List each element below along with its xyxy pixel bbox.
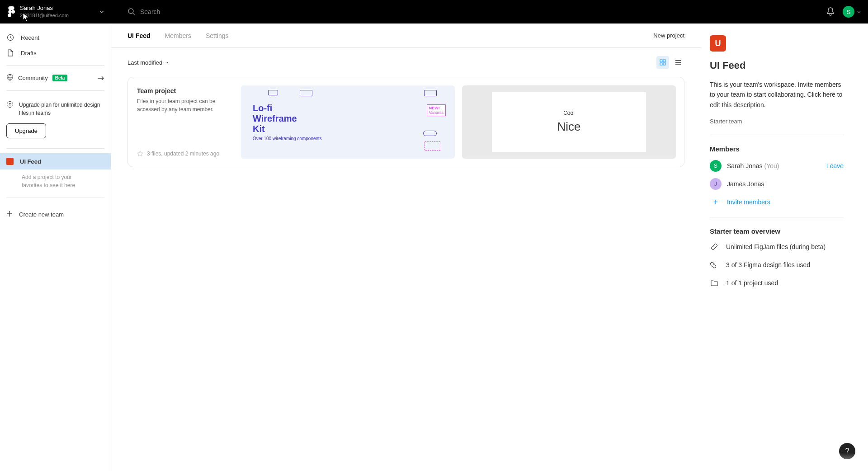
create-new-team[interactable]: Create new team: [0, 206, 111, 223]
overview-design-files: 3 of 3 Figma design files used: [710, 260, 844, 269]
member-avatar: J: [710, 178, 722, 190]
svg-rect-6: [660, 60, 662, 62]
user-name: Sarah Jonas: [20, 5, 95, 12]
content-column: UI Feed Members Settings New project Las…: [111, 24, 701, 471]
right-panel: U UI Feed This is your team's workspace.…: [701, 24, 868, 471]
pen-icon: [710, 260, 719, 269]
grid-view-button[interactable]: [656, 56, 669, 69]
panel-description[interactable]: This is your team's workspace. Invite me…: [710, 80, 844, 110]
svg-rect-8: [660, 63, 662, 65]
invite-members-button[interactable]: + Invite members: [710, 196, 844, 208]
tab-uifeed[interactable]: UI Feed: [127, 24, 157, 48]
help-button[interactable]: ?: [839, 443, 855, 459]
project-cards: Team project Files in your team project …: [111, 77, 701, 167]
overview-heading: Starter team overview: [710, 227, 844, 235]
arrow-right-icon: [97, 75, 104, 81]
thumb2-content: Cool Nice: [492, 92, 646, 152]
sidebar-item-label: Recent: [21, 34, 39, 41]
search-area: [111, 8, 826, 16]
search-icon: [127, 8, 136, 16]
sidebar-recent[interactable]: Recent: [0, 30, 111, 45]
upgrade-button[interactable]: Upgrade: [6, 123, 46, 138]
user-info: Sarah Jonas 2f83181f@uifeed.com: [20, 5, 95, 19]
member-name: James Jonas: [727, 180, 764, 188]
search-input[interactable]: [140, 8, 276, 15]
list-icon: [675, 60, 681, 65]
account-menu[interactable]: S: [843, 6, 861, 18]
panel-plan: Starter team: [710, 118, 844, 125]
team-icon: U: [710, 35, 726, 52]
thumb2-text-2: Nice: [557, 120, 580, 134]
star-icon[interactable]: [137, 151, 143, 157]
divider: [710, 217, 844, 217]
card-meta-text: 3 files, updated 2 minutes ago: [147, 151, 219, 157]
chevron-down-icon: [99, 10, 104, 13]
beta-badge: Beta: [52, 75, 68, 81]
divider: [6, 65, 104, 66]
overview-projects: 1 of 1 project used: [710, 278, 844, 287]
tab-settings[interactable]: Settings: [206, 24, 235, 48]
figma-logo-icon: [7, 6, 15, 17]
favorites-hint: Add a project to your favorites to see i…: [0, 170, 111, 193]
create-team-label: Create new team: [19, 211, 64, 218]
svg-point-1: [128, 9, 133, 14]
sidebar-item-label: Drafts: [21, 50, 37, 57]
team-color-icon: [6, 158, 14, 165]
plus-icon: +: [710, 196, 722, 208]
upgrade-text: Upgrade plan for unlimited design files …: [19, 101, 104, 117]
svg-point-0: [11, 10, 15, 14]
member-avatar: S: [710, 160, 722, 172]
overview-text: Unlimited FigJam files (during beta): [726, 243, 826, 250]
new-project-button[interactable]: New project: [653, 32, 684, 39]
svg-rect-9: [663, 63, 665, 65]
topbar-right: S: [826, 6, 861, 18]
folder-icon: [710, 278, 719, 287]
sidebar-team-uifeed[interactable]: UI Feed: [0, 153, 111, 170]
user-email: 2f83181f@uifeed.com: [20, 12, 95, 19]
bell-icon[interactable]: [826, 7, 835, 16]
file-thumbnail-2[interactable]: Cool Nice: [462, 85, 676, 159]
sort-dropdown[interactable]: Last modified: [127, 59, 169, 66]
tab-members[interactable]: Members: [165, 24, 198, 48]
sidebar: Recent Drafts Community Beta Upgrade pla…: [0, 24, 111, 471]
card-title: Team project: [137, 87, 232, 94]
upgrade-icon: [6, 101, 14, 117]
clock-icon: [6, 33, 14, 42]
divider: [6, 198, 104, 198]
main: UI Feed Members Settings New project Las…: [111, 24, 868, 471]
file-icon: [6, 49, 14, 57]
toolbar: Last modified: [111, 48, 701, 77]
divider: [710, 135, 844, 135]
overview-text: 1 of 1 project used: [726, 279, 778, 287]
team-name: UI Feed: [20, 158, 41, 165]
members-heading: Members: [710, 145, 844, 153]
sidebar-drafts[interactable]: Drafts: [0, 45, 111, 61]
card-meta: 3 files, updated 2 minutes ago: [137, 151, 232, 157]
card-description: Files in your team project can be access…: [137, 97, 232, 113]
sidebar-community[interactable]: Community Beta: [0, 70, 111, 86]
invite-label: Invite members: [727, 198, 770, 206]
project-card[interactable]: Team project Files in your team project …: [127, 77, 684, 167]
user-menu[interactable]: Sarah Jonas 2f83181f@uifeed.com: [0, 5, 111, 19]
member-row-self: S Sarah Jonas (You) Leave: [710, 160, 844, 172]
globe-icon: [6, 74, 14, 82]
leave-button[interactable]: Leave: [826, 162, 844, 170]
file-thumbnail-1[interactable]: Lo-fi Wireframe Kit Over 100 wireframing…: [241, 85, 455, 159]
card-info: Team project Files in your team project …: [128, 77, 241, 167]
divider: [6, 90, 104, 91]
new-badge: NEW!Variants: [427, 104, 446, 116]
ruler-icon: [710, 242, 719, 251]
member-row: J James Jonas: [710, 178, 844, 190]
svg-rect-7: [663, 60, 665, 62]
list-view-button[interactable]: [672, 56, 684, 69]
sort-label: Last modified: [127, 59, 162, 66]
overview-text: 3 of 3 Figma design files used: [726, 261, 810, 268]
panel-title: UI Feed: [710, 60, 844, 71]
grid-icon: [660, 59, 666, 66]
upgrade-block: Upgrade plan for unlimited design files …: [0, 95, 111, 144]
thumb2-text-1: Cool: [563, 110, 575, 116]
overview-figjam: Unlimited FigJam files (during beta): [710, 242, 844, 251]
member-name: Sarah Jonas (You): [727, 162, 779, 170]
thumb1-subtitle: Over 100 wireframing components: [249, 136, 322, 141]
divider: [6, 148, 104, 149]
